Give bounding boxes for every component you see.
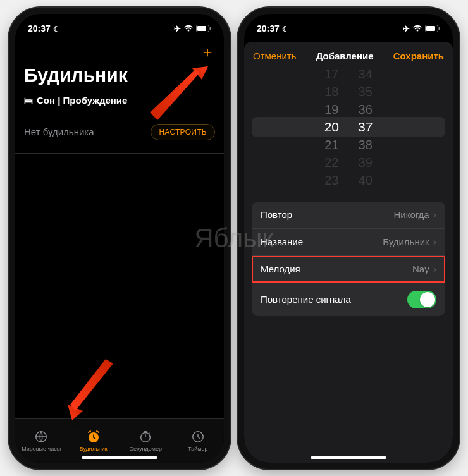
wifi-icon bbox=[183, 25, 194, 32]
picker-hours[interactable]: 17 18 19 20 21 22 23 bbox=[324, 65, 339, 189]
option-value: Nay bbox=[412, 264, 429, 274]
battery-icon bbox=[425, 25, 440, 32]
globe-icon bbox=[34, 429, 48, 444]
option-label: Название bbox=[261, 236, 303, 247]
add-alarm-button[interactable]: ＋ bbox=[200, 43, 215, 60]
status-time: 20:37 bbox=[257, 23, 280, 34]
save-button[interactable]: Сохранить bbox=[393, 51, 444, 61]
phone-left: 20:37 ＋ Будильник Сон | Пробуждение bbox=[9, 8, 230, 469]
phone-right: 20:37 Отменить Добавление Сохранить 17 bbox=[238, 8, 459, 469]
svg-marker-10 bbox=[70, 359, 113, 411]
tab-label: Секундомер bbox=[130, 446, 162, 452]
snooze-toggle[interactable] bbox=[407, 291, 436, 308]
tab-label: Будильник bbox=[80, 446, 108, 452]
battery-icon bbox=[196, 25, 211, 32]
option-label: Мелодия bbox=[261, 264, 300, 274]
notch bbox=[301, 14, 396, 30]
option-label: Повторение сигнала bbox=[261, 294, 351, 305]
airplane-icon bbox=[174, 23, 181, 34]
airplane-icon bbox=[403, 23, 410, 34]
option-repeat[interactable]: Повтор Никогда › bbox=[252, 202, 445, 229]
tab-label: Мировые часы bbox=[22, 446, 61, 452]
option-name[interactable]: Название Будильник › bbox=[252, 229, 445, 256]
svg-rect-12 bbox=[426, 26, 435, 31]
status-time: 20:37 bbox=[28, 23, 51, 34]
sleep-subtitle: Сон | Пробуждение bbox=[37, 95, 127, 106]
svg-rect-1 bbox=[197, 26, 206, 31]
tab-timer[interactable]: Таймер bbox=[172, 419, 225, 463]
home-indicator[interactable] bbox=[82, 456, 157, 459]
bed-icon bbox=[24, 95, 33, 106]
chevron-right-icon: › bbox=[433, 209, 436, 221]
option-value: Будильник bbox=[383, 236, 429, 247]
options-list: Повтор Никогда › Название Будильник › Ме… bbox=[252, 202, 445, 316]
svg-rect-13 bbox=[439, 27, 440, 30]
svg-rect-2 bbox=[210, 27, 211, 30]
dnd-moon-icon bbox=[53, 23, 60, 34]
dnd-moon-icon bbox=[282, 23, 289, 34]
annotation-arrow bbox=[139, 63, 214, 139]
timer-icon bbox=[191, 429, 205, 444]
picker-minutes[interactable]: 34 35 36 37 38 39 40 bbox=[358, 65, 373, 189]
home-indicator[interactable] bbox=[311, 456, 386, 459]
chevron-right-icon: › bbox=[433, 236, 436, 248]
option-sound[interactable]: Мелодия Nay › bbox=[252, 256, 445, 283]
divider bbox=[15, 153, 224, 154]
modal-title: Добавление bbox=[316, 51, 374, 61]
chevron-right-icon: › bbox=[433, 264, 436, 275]
tab-world-clock[interactable]: Мировые часы bbox=[15, 419, 68, 463]
time-picker[interactable]: 17 18 19 20 21 22 23 34 35 36 37 38 39 4… bbox=[244, 70, 453, 184]
alarm-clock-icon bbox=[86, 429, 101, 444]
option-label: Повтор bbox=[261, 209, 292, 220]
tab-label: Таймер bbox=[188, 446, 207, 452]
wifi-icon bbox=[412, 25, 422, 32]
annotation-arrow bbox=[50, 354, 120, 424]
notch bbox=[72, 14, 167, 30]
option-snooze: Повторение сигнала bbox=[252, 283, 445, 316]
option-value: Никогда bbox=[393, 209, 429, 220]
cancel-button[interactable]: Отменить bbox=[253, 51, 297, 61]
no-alarm-text: Нет будильника bbox=[24, 126, 94, 137]
svg-marker-8 bbox=[150, 70, 199, 120]
stopwatch-icon bbox=[139, 429, 152, 444]
